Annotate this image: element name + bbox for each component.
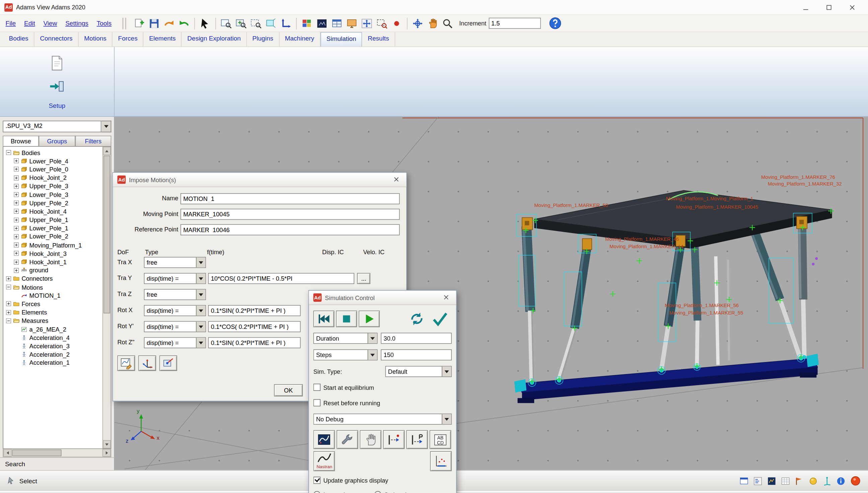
tree-item-elements[interactable]: Elements — [4, 308, 103, 317]
simulation-control-titlebar[interactable]: Ad Simulation Control — [309, 291, 456, 305]
browser-tab-filters[interactable]: Filters — [75, 136, 111, 146]
ftime-field[interactable] — [208, 337, 301, 348]
increment-input[interactable] — [489, 18, 541, 29]
duration-input[interactable] — [381, 333, 452, 344]
select-arrow-button[interactable] — [197, 16, 212, 30]
expand-icon[interactable] — [14, 251, 19, 256]
search-row[interactable]: Search — [0, 457, 114, 470]
scroll-up-arrow-icon[interactable] — [103, 147, 110, 155]
cyan-box-button[interactable] — [263, 16, 278, 30]
new-model-button[interactable] — [132, 16, 147, 30]
nastran-button[interactable]: Nastran — [313, 451, 335, 471]
scrollbar-thumb[interactable] — [104, 156, 110, 314]
undo-button[interactable] — [176, 16, 191, 30]
hand-orange-button[interactable] — [425, 16, 440, 30]
step1-button[interactable] — [383, 430, 405, 449]
steps-dropdown[interactable]: Steps — [313, 349, 378, 360]
chevron-down-icon[interactable] — [196, 290, 205, 300]
tree-item-hook_joint_4[interactable]: Hook_Joint_4 — [4, 207, 103, 216]
scroll-left-arrow-icon[interactable] — [3, 449, 12, 457]
tree-item-bodies[interactable]: Bodies — [4, 148, 103, 157]
marker-edit-button[interactable] — [159, 355, 177, 371]
tree-item-acceleration_2[interactable]: Acceleration_2 — [4, 350, 103, 359]
expand-icon[interactable] — [14, 158, 19, 164]
expand-icon[interactable] — [14, 192, 19, 197]
expand-icon[interactable] — [6, 276, 11, 281]
scroll-right-arrow-icon[interactable] — [103, 449, 111, 457]
expand-icon[interactable] — [14, 268, 19, 273]
model-selector-value[interactable]: .SPU_V3_M2 — [3, 121, 101, 132]
menu-item-tools[interactable]: Tools — [97, 20, 111, 27]
ribbon-tab-results[interactable]: Results — [362, 32, 395, 46]
scripted-radio[interactable]: Scripted — [374, 491, 406, 493]
chevron-down-icon[interactable] — [442, 414, 451, 424]
expand-icon[interactable] — [14, 226, 19, 231]
plot-dark-button[interactable] — [313, 430, 335, 449]
chevron-down-icon[interactable] — [368, 333, 377, 343]
tree-item-acceleration_1[interactable]: Acceleration_1 — [4, 359, 103, 367]
window-views-button[interactable] — [329, 16, 344, 30]
ribbon-tab-machinery[interactable]: Machinery — [279, 32, 320, 46]
import-icon[interactable] — [48, 78, 65, 95]
tree-item-ground[interactable]: ground — [4, 266, 103, 275]
ribbon-tab-plugins[interactable]: Plugins — [247, 32, 279, 46]
update-graphics-checkbox[interactable]: Update graphics display — [313, 477, 388, 484]
axes-edit-button[interactable] — [138, 355, 156, 371]
tree-item-connectors[interactable]: Connectors — [4, 275, 103, 283]
ribbon-tab-motions[interactable]: Motions — [79, 32, 112, 46]
reset-before-running-checkbox[interactable]: Reset before running — [313, 399, 381, 406]
zoom-b-button[interactable] — [233, 16, 248, 30]
collapse-icon[interactable] — [6, 318, 11, 323]
st-axes-icon[interactable] — [822, 476, 832, 486]
name-field[interactable] — [180, 193, 400, 204]
impose-motion-titlebar[interactable]: Ad Impose Motion(s) — [113, 173, 406, 187]
tree-item-hook_joint_1[interactable]: Hook_Joint_1 — [4, 258, 103, 266]
minimize-button[interactable] — [794, 1, 817, 14]
tree-item-lower_pole_0[interactable]: Lower_Pole_0 — [4, 165, 103, 173]
tree-item-acceleration_3[interactable]: Acceleration_3 — [4, 342, 103, 350]
ftime-field[interactable] — [208, 273, 354, 284]
ftime-field[interactable] — [208, 321, 301, 332]
apply-check-icon[interactable] — [432, 310, 449, 327]
chevron-down-icon[interactable] — [368, 350, 377, 360]
tree-item-upper_pole_1[interactable]: Upper_Pole_1 — [4, 216, 103, 224]
st-grid-icon[interactable] — [781, 476, 790, 486]
dof-type-dropdown[interactable]: disp(time) = — [144, 321, 206, 332]
expand-icon[interactable] — [14, 209, 19, 214]
expand-icon[interactable] — [14, 234, 19, 239]
reference-point-field[interactable] — [180, 224, 400, 235]
menu-item-settings[interactable]: Settings — [65, 20, 88, 27]
abcd-button[interactable]: ABCD — [430, 430, 451, 449]
maximize-button[interactable] — [817, 1, 840, 14]
red-dot-button[interactable] — [389, 16, 404, 30]
expand-icon[interactable] — [14, 200, 19, 206]
st-flag-icon[interactable] — [794, 476, 804, 486]
magnifier-button[interactable] — [440, 16, 455, 30]
chart-t-button[interactable] — [430, 451, 451, 471]
st-info-icon[interactable] — [836, 476, 846, 486]
tree-item-upper_pole_2[interactable]: Upper_Pole_2 — [4, 199, 103, 207]
dof-type-dropdown[interactable]: disp(time) = — [144, 337, 206, 348]
steps-input[interactable] — [381, 349, 452, 360]
expand-icon[interactable] — [14, 175, 19, 180]
tree-item-forces[interactable]: Forces — [4, 300, 103, 308]
zoom-c-button[interactable] — [248, 16, 263, 30]
zoom-region-button[interactable] — [374, 16, 389, 30]
tree-item-measures[interactable]: Measures — [4, 317, 103, 325]
tree-item-upper_pole_3[interactable]: Upper_Pole_3 — [4, 182, 103, 190]
model-selector-dropdown[interactable] — [102, 121, 111, 132]
palette-button[interactable] — [299, 16, 314, 30]
tree-item-lower_pole_4[interactable]: Lower_Pole_4 — [4, 157, 103, 165]
tree-item-hook_joint_3[interactable]: Hook_Joint_3 — [4, 249, 103, 258]
monitor-button[interactable] — [344, 16, 359, 30]
toolbar-grip[interactable] — [122, 17, 126, 29]
chevron-down-icon[interactable] — [196, 305, 205, 316]
redo-button[interactable] — [161, 16, 176, 30]
menu-item-view[interactable]: View — [44, 20, 57, 27]
close-button[interactable] — [840, 1, 863, 14]
tree-item-motions[interactable]: Motions — [4, 283, 103, 292]
tree-item-lower_pole_3[interactable]: Lower_Pole_3 — [4, 191, 103, 199]
expand-icon[interactable] — [14, 184, 19, 189]
scroll-down-arrow-icon[interactable] — [103, 440, 110, 448]
interactive-radio[interactable]: Interactive — [313, 491, 352, 493]
